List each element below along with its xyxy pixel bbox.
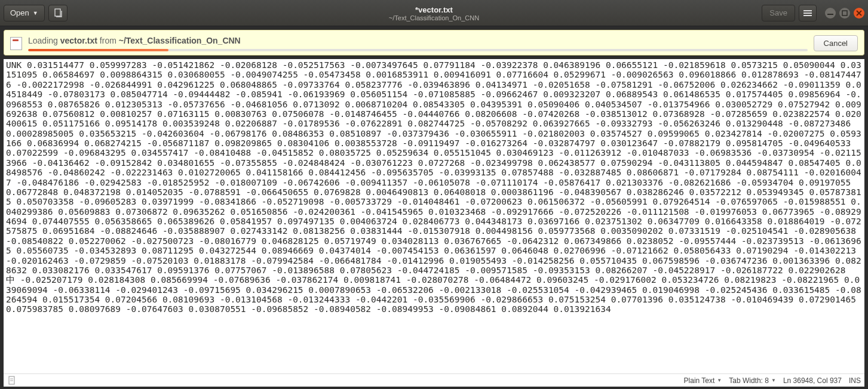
save-button: Save (762, 5, 795, 21)
close-icon (856, 10, 862, 16)
window-title: *vector.txt (389, 5, 479, 14)
window-maximize-button[interactable] (839, 8, 850, 18)
loading-infobar: Loading vector.txt from ~/Text_Classific… (4, 30, 864, 55)
new-tab-button[interactable] (48, 5, 68, 21)
svg-rect-5 (842, 11, 847, 16)
svg-rect-3 (803, 15, 812, 16)
open-button[interactable]: Open ▼ (4, 5, 45, 21)
window-close-button[interactable] (854, 8, 864, 18)
window-subtitle: ~/Text_Classification_On_CNN (389, 14, 479, 21)
minimize-icon (827, 10, 833, 16)
svg-rect-4 (827, 14, 833, 15)
svg-rect-1 (803, 10, 812, 11)
loading-progressbar (28, 49, 808, 51)
statusbar: Plain Text ▼ Tab Width: 8 ▼ Ln 36948, Co… (4, 373, 864, 387)
file-icon (10, 37, 22, 50)
editor-content[interactable]: UNK 0.031514477 0.059997283 -0.051421862… (4, 59, 864, 373)
titlebar: Open ▼ *vector.txt ~/Text_Classification… (0, 0, 868, 26)
language-selector[interactable]: Plain Text ▼ (684, 376, 722, 385)
new-document-icon (53, 8, 63, 18)
loading-message: Loading vector.txt from ~/Text_Classific… (28, 36, 808, 45)
hamburger-menu-button[interactable] (799, 5, 817, 21)
maximize-icon (842, 10, 848, 16)
window-minimize-button[interactable] (825, 8, 836, 18)
svg-rect-2 (803, 13, 812, 14)
cancel-button[interactable]: Cancel (814, 35, 858, 51)
hamburger-icon (803, 9, 812, 17)
chevron-down-icon: ▼ (33, 10, 38, 16)
document-status-icon (7, 376, 17, 385)
tab-width-selector[interactable]: Tab Width: 8 ▼ (729, 376, 776, 385)
insert-mode[interactable]: INS (849, 376, 861, 385)
chevron-down-icon: ▼ (717, 378, 722, 383)
chevron-down-icon: ▼ (771, 378, 776, 383)
open-label: Open (10, 8, 29, 17)
cursor-position[interactable]: Ln 36948, Col 937 (783, 376, 842, 385)
svg-rect-0 (55, 9, 60, 16)
